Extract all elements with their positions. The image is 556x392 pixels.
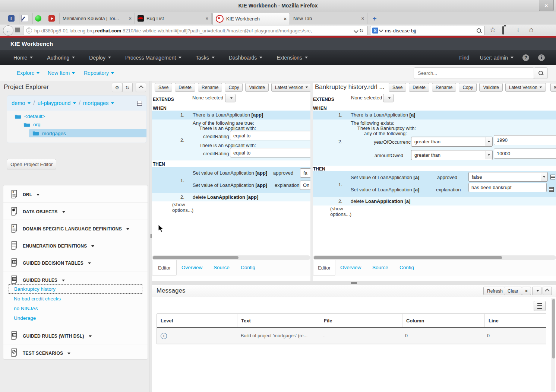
save-button[interactable]: Save [155,83,172,92]
subnav-repository[interactable]: Repository [84,70,114,76]
tab-source[interactable]: Source [214,265,230,270]
save-button[interactable]: Save [389,83,406,92]
subnav-new-item[interactable]: New Item [48,70,75,76]
tab-config[interactable]: Config [241,265,255,270]
vertical-scrollbar[interactable] [552,298,555,391]
message-row[interactable]: i Build of project 'mortgages' (re... - … [157,328,546,344]
rule-link-no-bad-credit-checks[interactable]: No bad credit checks [14,295,61,302]
collapse-tree-icon[interactable] [137,101,142,106]
workbench-search-box[interactable] [414,67,534,79]
panel-menu-button[interactable] [532,287,541,295]
url-bar[interactable]: hp-dl380pg8-01.lab.eng.brq.redhat.com:82… [23,26,368,35]
tree-item-default[interactable]: <default> [15,114,45,119]
subnav-explore[interactable]: Explore [17,70,40,76]
nav-extensions[interactable]: Extensions [277,55,307,61]
workbench-search-input[interactable] [414,70,534,76]
horizontal-scrollbar[interactable] [313,255,556,260]
nav-authoring[interactable]: Authoring [47,55,75,61]
explorer-collapse-button[interactable] [136,83,146,92]
scrollbar-thumb[interactable] [153,256,238,259]
browser-search-bar[interactable]: 8 [370,26,485,35]
tree-item-org[interactable]: org [23,122,41,127]
latest-version-dropdown[interactable]: Latest Version [271,83,310,92]
search-icon[interactable] [477,28,481,33]
approved-value-dropdown[interactable]: false [468,172,548,182]
when-row-2[interactable]: Any of the following are true: There is … [152,119,310,160]
year-operator-dropdown[interactable]: greater than [411,137,493,147]
tab-source[interactable]: Source [372,265,388,270]
col-column[interactable]: Column [402,314,485,327]
nav-home[interactable]: Home [13,55,33,61]
extends-select-button[interactable] [225,94,236,102]
validate-button[interactable]: Validate [479,83,502,92]
section-guided-rules[interactable]: GUIDED RULES [10,275,65,285]
nav-deploy[interactable]: Deploy [89,55,111,61]
validate-button[interactable]: Validate [245,83,268,92]
copy-button[interactable]: Copy [225,83,243,92]
then-row-2[interactable]: 2. delete LoanApplication [app] [152,193,310,201]
section-enumeration-definitions[interactable]: ENUMERATION DEFINITIONS [10,241,94,251]
section-drl[interactable]: R DRL [10,190,40,200]
breadcrumb-repo[interactable]: demo [12,100,25,106]
year-value-input[interactable] [494,135,556,145]
tab-overview[interactable]: Overview [340,265,361,270]
template-key-icon[interactable] [549,187,554,192]
delete-button[interactable]: Delete [175,83,195,92]
url-dropdown-icon[interactable] [354,28,358,33]
breadcrumb-module[interactable]: mortgages [83,100,109,106]
amount-value-input[interactable] [494,149,556,159]
close-panel-button[interactable]: × [550,83,556,92]
pinned-tab-facebook[interactable]: f [6,13,19,24]
section-guided-decision-tables[interactable]: GUIDED DECISION TABLES [10,258,91,268]
section-dsl-definitions[interactable]: R DOMAIN SPECIFIC LANGUAGE DEFINITIONS [10,224,129,234]
rule-link-no-ninjas[interactable]: no NINJAs [14,305,38,312]
home-icon[interactable]: ⌂ [529,25,534,34]
explorer-refresh-button[interactable]: ↻ [122,83,133,92]
info-icon[interactable]: i [538,54,545,61]
tab-new-tab[interactable]: New Tab × [290,13,367,24]
delete-button[interactable]: Delete [409,83,429,92]
approved-value-dropdown[interactable]: fa [300,168,310,178]
show-options-link[interactable]: (show options...) [172,202,194,213]
nav-user[interactable]: User: admin [480,55,514,61]
clear-button[interactable]: Clear [504,287,522,295]
tab-config[interactable]: Config [399,265,414,270]
help-icon[interactable]: ? [522,54,529,61]
tab-kie-workbench[interactable]: KIE Workbench × [212,13,290,25]
new-tab-button[interactable]: + [373,15,377,23]
tab-editor[interactable]: Editor [313,260,335,276]
tab-close-icon[interactable]: × [284,16,287,22]
list-view-button[interactable] [534,301,546,311]
credit-rating-operator-dropdown[interactable]: equal to [230,131,310,140]
explanation-value-input[interactable]: On [300,181,310,190]
workbench-search-button[interactable] [534,67,548,79]
rename-button[interactable]: Rename [198,83,222,92]
open-project-editor-button[interactable]: Open Project Editor [7,159,56,169]
nav-find[interactable]: Find [459,55,469,61]
section-data-objects[interactable]: DATA OBJECTS [10,207,65,217]
nav-tasks[interactable]: Tasks [196,55,215,61]
bookmarks-menu-icon[interactable] [502,27,504,34]
amount-operator-dropdown[interactable]: greater than [411,150,493,160]
tree-item-mortgages[interactable]: mortgages [29,129,147,137]
then-row-1[interactable]: Set value of LoanApplication [a] approve… [313,171,556,197]
tab-close-icon[interactable]: × [205,16,208,21]
nav-dashboards[interactable]: Dashboards [229,55,263,61]
tab-close-icon[interactable]: × [129,16,132,21]
pinned-tab-green[interactable] [33,13,46,24]
horizontal-scrollbar[interactable] [152,255,310,260]
nav-process-management[interactable]: Process Management [125,55,181,61]
template-key-icon[interactable] [550,175,555,179]
browser-search-input[interactable] [383,28,477,34]
window-close-button[interactable]: × [539,0,554,11]
explorer-settings-button[interactable]: ⚙ [112,83,122,92]
pinned-tab-youtube[interactable] [46,13,60,24]
tab-bug-list[interactable]: Bug List × [135,13,212,24]
rule-link-bankruptcy-history[interactable]: Bankruptcy history [9,284,142,294]
tab-editor[interactable]: Editor [152,260,177,276]
when-row-1[interactable]: 1. There is a LoanApplication [app] [152,111,310,119]
tab-overview[interactable]: Overview [181,265,202,270]
tab-close-icon[interactable]: × [361,16,364,21]
tab-mehilainen[interactable]: Mehiläinen Kouvola | Toi... × [60,13,135,24]
collapse-panel-button[interactable] [543,287,552,295]
